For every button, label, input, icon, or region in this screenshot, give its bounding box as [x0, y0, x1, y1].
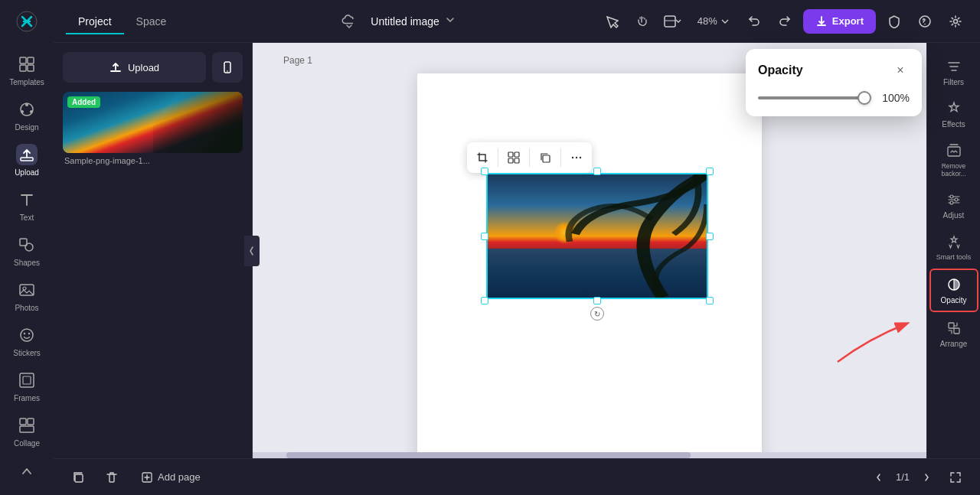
opacity-popup-title: Opacity: [758, 64, 803, 77]
templates-icon: [16, 54, 38, 75]
prev-page-btn[interactable]: [868, 467, 890, 488]
add-page-btn[interactable]: Add page: [133, 467, 208, 488]
sidebar-item-photos[interactable]: Photos: [0, 273, 54, 318]
canvas-image[interactable]: [486, 173, 708, 299]
opacity-close-btn[interactable]: ×: [891, 61, 910, 80]
sidebar-item-shapes[interactable]: Shapes: [0, 228, 54, 273]
settings-icon[interactable]: [943, 9, 968, 34]
svg-rect-17: [20, 373, 34, 387]
sidebar: Templates Design Upload Text: [0, 0, 54, 495]
toolbar-sep-2: [529, 148, 530, 167]
shield-icon[interactable]: [882, 9, 906, 34]
cloud-save-icon[interactable]: [337, 9, 361, 34]
opacity-value: 100%: [879, 92, 910, 104]
templates-label: Templates: [9, 78, 44, 86]
opacity-popup: Opacity × 100%: [746, 49, 922, 116]
layout-btn[interactable]: [661, 9, 685, 34]
rotate-handle[interactable]: ↻: [590, 307, 604, 321]
text-icon: [16, 189, 38, 210]
help-icon[interactable]: [913, 9, 937, 34]
sidebar-item-templates[interactable]: Templates: [0, 47, 54, 93]
svg-rect-20: [28, 418, 34, 425]
right-panel-effects[interactable]: Effects: [929, 94, 978, 135]
zoom-control[interactable]: 48%: [691, 12, 736, 30]
effects-label: Effects: [942, 120, 965, 129]
effects-icon: [946, 100, 962, 117]
sidebar-item-stickers[interactable]: Stickers: [0, 318, 54, 363]
sidebar-item-design[interactable]: Design: [0, 93, 54, 138]
upload-icon: [16, 144, 38, 165]
svg-point-33: [572, 157, 573, 158]
sidebar-item-collage[interactable]: Collage: [0, 409, 54, 454]
select-tool-btn[interactable]: [599, 9, 624, 34]
right-panel-smart-tools[interactable]: Smart tools: [929, 227, 978, 267]
canvas-image-container[interactable]: ↻: [486, 173, 708, 299]
svg-rect-18: [23, 376, 31, 384]
redo-btn[interactable]: [773, 9, 797, 34]
sidebar-item-upload[interactable]: Upload: [0, 138, 54, 183]
undo-btn[interactable]: [742, 9, 766, 34]
upload-btn-row: Upload: [63, 52, 243, 83]
svg-rect-42: [954, 328, 959, 334]
svg-point-25: [953, 19, 957, 23]
collage-icon: [16, 415, 38, 436]
arrange-icon: [946, 320, 962, 337]
zoom-value: 48%: [697, 15, 717, 27]
svg-rect-4: [28, 65, 34, 71]
svg-point-27: [227, 70, 228, 72]
upload-label: Upload: [15, 168, 39, 177]
hand-tool-btn[interactable]: [630, 9, 655, 34]
canvas-page[interactable]: ↻: [417, 73, 762, 458]
more-tool-btn[interactable]: [564, 145, 589, 170]
duplicate-tool-btn[interactable]: [533, 145, 557, 170]
photos-icon: [16, 279, 38, 301]
right-panel-adjust[interactable]: Adjust: [929, 185, 978, 226]
title-dropdown-icon[interactable]: [444, 14, 456, 28]
collage-label: Collage: [14, 439, 40, 448]
tab-project[interactable]: Project: [66, 9, 124, 34]
upload-panel: Upload Added Sample-png-image-1..: [54, 43, 253, 458]
duplicate-page-btn[interactable]: [66, 465, 90, 490]
right-panel-arrange[interactable]: Arrange: [929, 314, 978, 354]
page-label: Page 1: [283, 55, 312, 66]
right-panel-remove-bg[interactable]: Remove backor...: [929, 136, 978, 184]
svg-rect-30: [508, 158, 513, 163]
crop-tool-btn[interactable]: [470, 145, 495, 170]
sidebar-item-text[interactable]: Text: [0, 183, 54, 228]
design-label: Design: [15, 123, 38, 132]
upload-mobile-btn[interactable]: [212, 52, 243, 83]
frames-label: Frames: [14, 394, 40, 402]
top-nav: Project Space Untitled image: [54, 0, 980, 43]
image-item[interactable]: Added Sample-png-image-1...: [63, 92, 243, 165]
canvas-scrollbar[interactable]: [253, 452, 926, 458]
upload-button[interactable]: Upload: [63, 52, 206, 83]
document-title: Untitled image: [371, 15, 439, 28]
adjust-label: Adjust: [943, 211, 965, 220]
svg-rect-2: [28, 57, 34, 64]
svg-rect-1: [20, 57, 26, 64]
svg-point-16: [28, 333, 30, 334]
opacity-slider[interactable]: [758, 96, 870, 99]
toolbar-sep-1: [498, 148, 498, 167]
right-panel-opacity[interactable]: Opacity: [929, 269, 978, 312]
shapes-icon: [16, 234, 38, 256]
next-page-btn[interactable]: [916, 467, 937, 488]
app-logo[interactable]: [13, 8, 41, 35]
right-panel-filters[interactable]: Filters: [929, 52, 978, 93]
delete-page-btn[interactable]: [100, 465, 124, 490]
svg-point-39: [950, 201, 953, 204]
sidebar-item-more[interactable]: [0, 454, 54, 487]
grid-tool-btn[interactable]: [501, 145, 526, 170]
export-button[interactable]: Export: [803, 9, 876, 34]
opacity-slider-thumb[interactable]: [858, 91, 871, 105]
svg-rect-21: [20, 426, 34, 432]
tab-space[interactable]: Space: [124, 9, 179, 34]
adjust-icon: [946, 191, 962, 208]
fullscreen-btn[interactable]: [943, 465, 968, 490]
collapse-panel-btn[interactable]: [244, 236, 260, 266]
svg-point-34: [576, 157, 577, 158]
smart-tools-label: Smart tools: [936, 253, 972, 261]
design-icon: [16, 99, 38, 120]
sidebar-item-frames[interactable]: Frames: [0, 363, 54, 409]
page-indicator: 1/1: [896, 471, 910, 483]
